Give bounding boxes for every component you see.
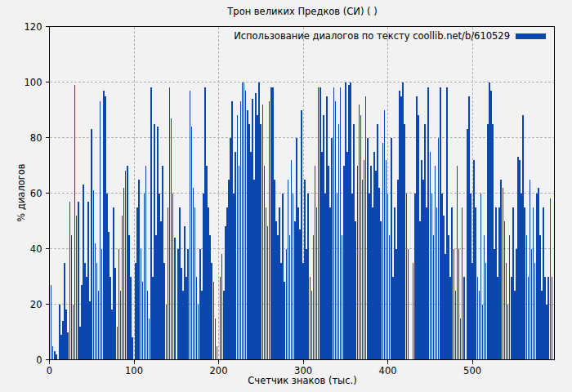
bar (296, 138, 297, 360)
bar (468, 96, 470, 360)
bars-series (49, 82, 552, 360)
bar (237, 115, 239, 359)
bar (402, 82, 404, 360)
bar (127, 166, 128, 360)
bar (511, 277, 512, 360)
bar (272, 87, 274, 359)
bar (316, 207, 318, 360)
bar (260, 124, 261, 360)
bar (343, 166, 345, 360)
bar (318, 87, 320, 359)
bar (492, 124, 494, 360)
bar (98, 291, 100, 360)
bar (208, 207, 209, 360)
bar (73, 305, 74, 360)
bar (138, 180, 140, 360)
bar (113, 207, 114, 360)
bar (74, 85, 76, 360)
legend: Использование диалогов по тексту coollib… (234, 30, 546, 42)
bar (337, 194, 338, 360)
bar (546, 305, 547, 360)
legend-swatch (516, 33, 546, 39)
bar (433, 235, 435, 360)
bar (171, 118, 172, 360)
bar (262, 105, 264, 360)
bar (475, 207, 476, 360)
bar (521, 194, 522, 360)
bar (458, 249, 460, 360)
bar (451, 207, 453, 360)
bar (541, 291, 543, 360)
bar (445, 254, 446, 359)
bar (235, 152, 236, 360)
y-tick-label: 40 (30, 243, 42, 255)
bar (79, 327, 81, 360)
bar (311, 291, 313, 360)
y-axis-title: % диалогов (16, 163, 27, 221)
bar (504, 221, 506, 360)
bar (460, 318, 462, 360)
bar (323, 115, 324, 359)
bar (524, 207, 525, 360)
bar (286, 249, 288, 360)
bar (157, 127, 159, 360)
bar (519, 160, 521, 360)
bar (416, 96, 418, 360)
bar (299, 229, 301, 360)
bar (355, 221, 356, 360)
bar (185, 277, 187, 360)
bar (391, 138, 392, 360)
bar (306, 249, 307, 360)
bar (424, 124, 426, 360)
bar (473, 160, 475, 360)
bar (160, 221, 162, 360)
bar (507, 305, 509, 360)
bar (350, 82, 351, 360)
bar (531, 249, 533, 360)
bar (449, 277, 451, 360)
bar (204, 87, 206, 359)
bar (152, 277, 154, 360)
bar (242, 82, 244, 360)
bar (534, 263, 536, 360)
bar (389, 235, 391, 360)
bar (538, 188, 539, 360)
bar (150, 87, 152, 359)
bar (60, 335, 62, 360)
bar (52, 346, 54, 360)
bar (431, 194, 433, 360)
bar (154, 124, 155, 360)
bar (547, 277, 549, 360)
bar (118, 249, 120, 360)
bar (528, 277, 530, 360)
bar (275, 221, 277, 360)
bar (509, 235, 511, 360)
bar (446, 87, 448, 359)
bar (209, 235, 211, 360)
bar (408, 249, 409, 360)
bar (280, 263, 282, 360)
bar (211, 263, 212, 360)
bar (399, 91, 400, 360)
bar (54, 351, 56, 359)
y-tick-label: 60 (30, 188, 42, 199)
bar (503, 188, 504, 360)
bar (470, 194, 471, 360)
bar (108, 232, 109, 359)
bar (226, 207, 228, 360)
bar (489, 82, 490, 360)
bar (233, 194, 235, 360)
bar (440, 87, 441, 359)
bar (394, 207, 395, 360)
bar (91, 129, 92, 359)
bar (552, 277, 553, 360)
bar (122, 216, 123, 360)
bar (76, 216, 78, 360)
bar (284, 282, 285, 359)
bar (387, 194, 389, 360)
bar (482, 305, 484, 360)
bar (484, 235, 485, 360)
bar (397, 180, 399, 360)
bar (174, 238, 176, 360)
bar (96, 263, 98, 360)
